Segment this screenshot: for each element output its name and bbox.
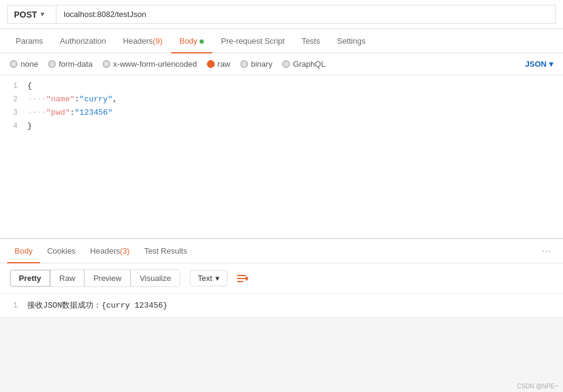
view-visualize-button[interactable]: Visualize (130, 269, 180, 287)
radio-circle-binary (240, 60, 248, 68)
radio-circle-form-data (48, 60, 56, 68)
method-label: POST (14, 10, 37, 19)
tab-tests[interactable]: Tests (293, 29, 328, 53)
resp-line-number-1: 1 (0, 302, 27, 310)
watermark: CSDN @NPE~ (517, 383, 558, 390)
line-number-3: 3 (0, 109, 27, 117)
body-type-selector: none form-data x-www-form-urlencoded raw… (0, 53, 563, 75)
top-tabs: Params Authorization Headers(9) Body Pre… (0, 29, 563, 53)
method-chevron: ▾ (41, 10, 44, 18)
radio-circle-none (10, 60, 18, 68)
wrap-text-button[interactable] (232, 271, 253, 286)
method-dropdown[interactable]: POST ▾ (7, 5, 56, 24)
resp-tab-cookies[interactable]: Cookies (40, 239, 83, 263)
resp-tab-body[interactable]: Body (7, 239, 40, 263)
code-content-1: { (27, 81, 32, 90)
request-body-editor[interactable]: 1 { 2 ····"name":"curry", 3 ····"pwd":"1… (0, 75, 563, 239)
resp-line-1: 1 接收JSON数据成功：{curry 123456} (0, 299, 563, 312)
tab-headers[interactable]: Headers(9) (115, 29, 171, 53)
response-section: Body Cookies Headers(3) Test Results ···… (0, 239, 563, 317)
code-line-3: 3 ····"pwd":"123456" (0, 107, 563, 120)
radio-circle-urlencoded (103, 60, 110, 68)
view-raw-button[interactable]: Raw (50, 269, 84, 287)
code-content-4: } (27, 121, 32, 130)
resp-tab-headers[interactable]: Headers(3) (83, 239, 137, 263)
radio-binary[interactable]: binary (240, 59, 272, 69)
response-view-controls: Pretty Raw Preview Visualize Text ▾ (0, 263, 563, 294)
url-input[interactable] (56, 5, 556, 24)
line-number-1: 1 (0, 82, 27, 90)
text-dropdown-chevron: ▾ (215, 274, 220, 283)
tab-prerequest[interactable]: Pre-request Script (212, 29, 293, 53)
tab-settings[interactable]: Settings (328, 29, 374, 53)
code-line-2: 2 ····"name":"curry", (0, 93, 563, 107)
line-number-4: 4 (0, 122, 27, 130)
tab-params[interactable]: Params (7, 29, 52, 53)
tab-body[interactable]: Body (171, 29, 213, 53)
radio-urlencoded[interactable]: x-www-form-urlencoded (103, 59, 197, 69)
resp-content-1: 接收JSON数据成功：{curry 123456} (27, 300, 167, 311)
resp-tab-test-results[interactable]: Test Results (137, 239, 195, 263)
code-content-3: ····"pwd":"123456" (27, 108, 112, 117)
json-format-dropdown[interactable]: JSON ▾ (525, 59, 553, 69)
response-body: 1 接收JSON数据成功：{curry 123456} (0, 294, 563, 317)
radio-raw[interactable]: raw (207, 59, 231, 69)
radio-form-data[interactable]: form-data (48, 59, 93, 69)
resp-more-icon[interactable]: ··· (537, 245, 556, 257)
code-line-1: 1 { (0, 80, 563, 93)
text-format-dropdown[interactable]: Text ▾ (190, 270, 228, 286)
line-number-2: 2 (0, 95, 27, 104)
radio-graphql[interactable]: GraphQL (282, 59, 325, 69)
url-bar: POST ▾ (0, 0, 563, 29)
view-pretty-button[interactable]: Pretty (10, 269, 50, 287)
response-tabs: Body Cookies Headers(3) Test Results ··· (0, 239, 563, 263)
code-line-4: 4 } (0, 120, 563, 133)
radio-none[interactable]: none (10, 59, 38, 69)
view-preview-button[interactable]: Preview (84, 269, 130, 287)
radio-circle-graphql (282, 60, 290, 68)
body-dot-indicator (200, 39, 204, 44)
code-content-2: ····"name":"curry", (27, 95, 117, 104)
radio-circle-raw (207, 60, 215, 68)
tab-authorization[interactable]: Authorization (52, 29, 115, 53)
